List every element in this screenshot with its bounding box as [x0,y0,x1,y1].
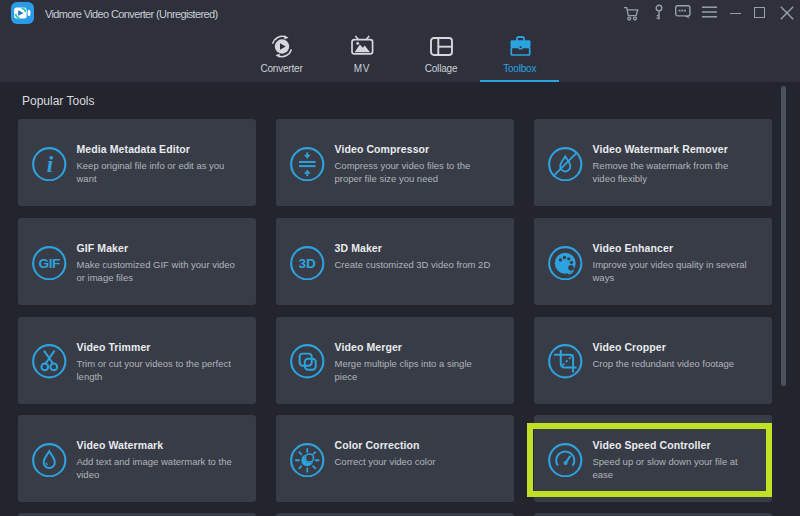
svg-text:3D: 3D [299,256,317,271]
svg-text:GIF: GIF [39,256,60,271]
svg-text:i: i [47,152,54,177]
